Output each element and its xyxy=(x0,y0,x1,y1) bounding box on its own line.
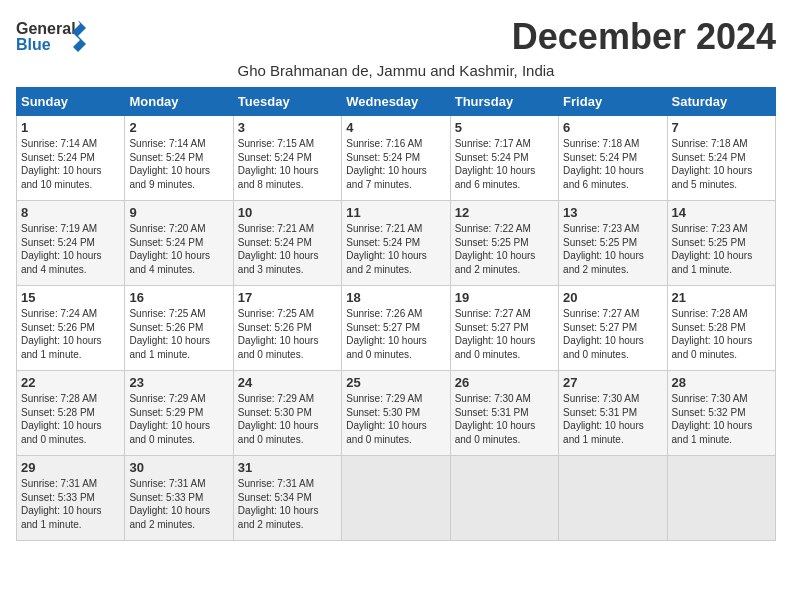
day-number: 5 xyxy=(455,120,554,135)
calendar-cell: 18Sunrise: 7:26 AMSunset: 5:27 PMDayligh… xyxy=(342,286,450,371)
calendar-cell: 21Sunrise: 7:28 AMSunset: 5:28 PMDayligh… xyxy=(667,286,775,371)
day-number: 29 xyxy=(21,460,120,475)
day-info: Sunrise: 7:22 AMSunset: 5:25 PMDaylight:… xyxy=(455,222,554,276)
calendar-cell: 10Sunrise: 7:21 AMSunset: 5:24 PMDayligh… xyxy=(233,201,341,286)
calendar-cell xyxy=(667,456,775,541)
calendar-cell xyxy=(450,456,558,541)
day-info: Sunrise: 7:20 AMSunset: 5:24 PMDaylight:… xyxy=(129,222,228,276)
calendar-cell xyxy=(342,456,450,541)
day-number: 9 xyxy=(129,205,228,220)
calendar-cell: 1Sunrise: 7:14 AMSunset: 5:24 PMDaylight… xyxy=(17,116,125,201)
day-number: 20 xyxy=(563,290,662,305)
day-number: 23 xyxy=(129,375,228,390)
day-info: Sunrise: 7:24 AMSunset: 5:26 PMDaylight:… xyxy=(21,307,120,361)
day-number: 7 xyxy=(672,120,771,135)
calendar-cell: 30Sunrise: 7:31 AMSunset: 5:33 PMDayligh… xyxy=(125,456,233,541)
calendar-cell: 27Sunrise: 7:30 AMSunset: 5:31 PMDayligh… xyxy=(559,371,667,456)
day-info: Sunrise: 7:28 AMSunset: 5:28 PMDaylight:… xyxy=(672,307,771,361)
calendar-cell: 13Sunrise: 7:23 AMSunset: 5:25 PMDayligh… xyxy=(559,201,667,286)
calendar-cell: 17Sunrise: 7:25 AMSunset: 5:26 PMDayligh… xyxy=(233,286,341,371)
page-container: GeneralBlue December 2024 Gho Brahmanan … xyxy=(16,16,776,541)
calendar-cell: 12Sunrise: 7:22 AMSunset: 5:25 PMDayligh… xyxy=(450,201,558,286)
weekday-header: Tuesday xyxy=(233,88,341,116)
day-number: 22 xyxy=(21,375,120,390)
calendar-week-row: 1Sunrise: 7:14 AMSunset: 5:24 PMDaylight… xyxy=(17,116,776,201)
day-number: 18 xyxy=(346,290,445,305)
calendar-cell: 23Sunrise: 7:29 AMSunset: 5:29 PMDayligh… xyxy=(125,371,233,456)
day-info: Sunrise: 7:15 AMSunset: 5:24 PMDaylight:… xyxy=(238,137,337,191)
day-info: Sunrise: 7:18 AMSunset: 5:24 PMDaylight:… xyxy=(672,137,771,191)
day-info: Sunrise: 7:21 AMSunset: 5:24 PMDaylight:… xyxy=(238,222,337,276)
day-info: Sunrise: 7:14 AMSunset: 5:24 PMDaylight:… xyxy=(21,137,120,191)
day-number: 8 xyxy=(21,205,120,220)
day-info: Sunrise: 7:30 AMSunset: 5:31 PMDaylight:… xyxy=(563,392,662,446)
weekday-header: Saturday xyxy=(667,88,775,116)
day-number: 31 xyxy=(238,460,337,475)
calendar-cell: 2Sunrise: 7:14 AMSunset: 5:24 PMDaylight… xyxy=(125,116,233,201)
calendar-cell: 19Sunrise: 7:27 AMSunset: 5:27 PMDayligh… xyxy=(450,286,558,371)
day-number: 25 xyxy=(346,375,445,390)
day-info: Sunrise: 7:14 AMSunset: 5:24 PMDaylight:… xyxy=(129,137,228,191)
day-number: 6 xyxy=(563,120,662,135)
calendar-week-row: 22Sunrise: 7:28 AMSunset: 5:28 PMDayligh… xyxy=(17,371,776,456)
day-number: 24 xyxy=(238,375,337,390)
svg-text:General: General xyxy=(16,20,76,37)
day-info: Sunrise: 7:30 AMSunset: 5:31 PMDaylight:… xyxy=(455,392,554,446)
day-number: 16 xyxy=(129,290,228,305)
day-info: Sunrise: 7:19 AMSunset: 5:24 PMDaylight:… xyxy=(21,222,120,276)
calendar-cell: 4Sunrise: 7:16 AMSunset: 5:24 PMDaylight… xyxy=(342,116,450,201)
day-info: Sunrise: 7:16 AMSunset: 5:24 PMDaylight:… xyxy=(346,137,445,191)
calendar-cell: 11Sunrise: 7:21 AMSunset: 5:24 PMDayligh… xyxy=(342,201,450,286)
calendar-cell xyxy=(559,456,667,541)
day-info: Sunrise: 7:23 AMSunset: 5:25 PMDaylight:… xyxy=(563,222,662,276)
calendar-week-row: 29Sunrise: 7:31 AMSunset: 5:33 PMDayligh… xyxy=(17,456,776,541)
day-info: Sunrise: 7:29 AMSunset: 5:30 PMDaylight:… xyxy=(346,392,445,446)
calendar-cell: 31Sunrise: 7:31 AMSunset: 5:34 PMDayligh… xyxy=(233,456,341,541)
calendar-cell: 26Sunrise: 7:30 AMSunset: 5:31 PMDayligh… xyxy=(450,371,558,456)
day-number: 4 xyxy=(346,120,445,135)
day-info: Sunrise: 7:23 AMSunset: 5:25 PMDaylight:… xyxy=(672,222,771,276)
calendar-cell: 14Sunrise: 7:23 AMSunset: 5:25 PMDayligh… xyxy=(667,201,775,286)
calendar-cell: 25Sunrise: 7:29 AMSunset: 5:30 PMDayligh… xyxy=(342,371,450,456)
day-number: 3 xyxy=(238,120,337,135)
header: GeneralBlue December 2024 xyxy=(16,16,776,58)
day-number: 10 xyxy=(238,205,337,220)
subtitle: Gho Brahmanan de, Jammu and Kashmir, Ind… xyxy=(16,62,776,79)
day-info: Sunrise: 7:25 AMSunset: 5:26 PMDaylight:… xyxy=(129,307,228,361)
logo-svg: GeneralBlue xyxy=(16,16,96,56)
day-info: Sunrise: 7:17 AMSunset: 5:24 PMDaylight:… xyxy=(455,137,554,191)
month-title: December 2024 xyxy=(512,16,776,58)
day-number: 26 xyxy=(455,375,554,390)
day-info: Sunrise: 7:18 AMSunset: 5:24 PMDaylight:… xyxy=(563,137,662,191)
calendar-cell: 28Sunrise: 7:30 AMSunset: 5:32 PMDayligh… xyxy=(667,371,775,456)
day-info: Sunrise: 7:27 AMSunset: 5:27 PMDaylight:… xyxy=(455,307,554,361)
calendar-cell: 15Sunrise: 7:24 AMSunset: 5:26 PMDayligh… xyxy=(17,286,125,371)
calendar-cell: 29Sunrise: 7:31 AMSunset: 5:33 PMDayligh… xyxy=(17,456,125,541)
day-number: 14 xyxy=(672,205,771,220)
day-number: 21 xyxy=(672,290,771,305)
day-info: Sunrise: 7:28 AMSunset: 5:28 PMDaylight:… xyxy=(21,392,120,446)
day-info: Sunrise: 7:29 AMSunset: 5:29 PMDaylight:… xyxy=(129,392,228,446)
calendar-cell: 5Sunrise: 7:17 AMSunset: 5:24 PMDaylight… xyxy=(450,116,558,201)
day-info: Sunrise: 7:29 AMSunset: 5:30 PMDaylight:… xyxy=(238,392,337,446)
day-number: 19 xyxy=(455,290,554,305)
day-number: 12 xyxy=(455,205,554,220)
weekday-header: Friday xyxy=(559,88,667,116)
calendar-table: SundayMondayTuesdayWednesdayThursdayFrid… xyxy=(16,87,776,541)
day-info: Sunrise: 7:25 AMSunset: 5:26 PMDaylight:… xyxy=(238,307,337,361)
svg-text:Blue: Blue xyxy=(16,36,51,53)
calendar-cell: 7Sunrise: 7:18 AMSunset: 5:24 PMDaylight… xyxy=(667,116,775,201)
day-number: 11 xyxy=(346,205,445,220)
day-number: 1 xyxy=(21,120,120,135)
day-number: 17 xyxy=(238,290,337,305)
weekday-header: Wednesday xyxy=(342,88,450,116)
weekday-header: Monday xyxy=(125,88,233,116)
calendar-cell: 20Sunrise: 7:27 AMSunset: 5:27 PMDayligh… xyxy=(559,286,667,371)
calendar-cell: 22Sunrise: 7:28 AMSunset: 5:28 PMDayligh… xyxy=(17,371,125,456)
calendar-week-row: 15Sunrise: 7:24 AMSunset: 5:26 PMDayligh… xyxy=(17,286,776,371)
calendar-cell: 24Sunrise: 7:29 AMSunset: 5:30 PMDayligh… xyxy=(233,371,341,456)
weekday-header-row: SundayMondayTuesdayWednesdayThursdayFrid… xyxy=(17,88,776,116)
day-number: 2 xyxy=(129,120,228,135)
weekday-header: Sunday xyxy=(17,88,125,116)
logo: GeneralBlue xyxy=(16,16,96,56)
